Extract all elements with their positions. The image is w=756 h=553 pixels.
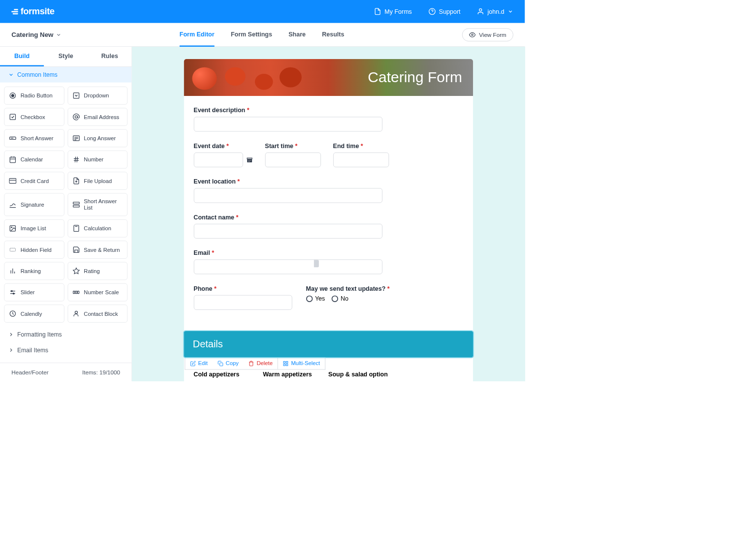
form-name: Catering New (11, 31, 53, 38)
item-signature[interactable]: Signature (4, 193, 64, 216)
chevron-right-icon (8, 347, 14, 353)
delete-button[interactable]: Delete (244, 357, 278, 369)
svg-rect-39 (10, 248, 15, 251)
item-ranking[interactable]: Ranking (4, 262, 64, 280)
item-slider[interactable]: Slider (4, 283, 64, 302)
item-radio-button[interactable]: Radio Button (4, 87, 64, 105)
svg-rect-49 (75, 291, 77, 293)
details-header-selected[interactable]: Details (184, 331, 473, 357)
svg-point-59 (249, 161, 250, 162)
svg-rect-54 (247, 158, 252, 159)
radio-yes[interactable]: Yes (306, 295, 325, 302)
field-email[interactable]: Email * (194, 249, 463, 274)
item-image-list[interactable]: Image List (4, 219, 64, 238)
sidebar-tab-rules[interactable]: Rules (88, 47, 131, 66)
field-contact-name[interactable]: Contact name * (194, 214, 463, 239)
view-form-button[interactable]: View Form (462, 28, 513, 41)
item-short-answer-list[interactable]: Short Answer List (67, 193, 127, 216)
section-common-items[interactable]: Common Items (0, 67, 131, 83)
header-footer-link[interactable]: Header/Footer (11, 369, 48, 375)
item-calendly[interactable]: Calendly (4, 305, 64, 323)
item-long-answer[interactable]: Long Answer (67, 129, 127, 147)
pencil-icon (190, 361, 196, 367)
logo[interactable]: formsite (11, 6, 54, 17)
my-forms-link[interactable]: My Forms (374, 8, 412, 15)
radio-no[interactable]: No (332, 295, 348, 302)
field-text-updates[interactable]: May we send text updates? * Yes No (306, 285, 390, 310)
field-event-date[interactable]: Event date * (194, 142, 253, 167)
item-file-upload[interactable]: File Upload (67, 172, 127, 190)
form-hero[interactable]: Catering Form (184, 59, 473, 96)
phone-input[interactable] (194, 295, 292, 310)
sidebar-tab-build[interactable]: Build (0, 47, 44, 66)
svg-rect-60 (220, 363, 223, 366)
event-description-input[interactable] (194, 117, 382, 131)
svg-line-22 (77, 156, 77, 162)
item-checkbox[interactable]: Checkbox (4, 108, 64, 126)
field-event-location[interactable]: Event location * (194, 178, 463, 203)
svg-point-30 (11, 227, 12, 228)
calendar-picker-icon[interactable] (246, 156, 252, 163)
field-event-description[interactable]: Event description * (194, 107, 463, 132)
multi-select-button[interactable]: Multi-Select (278, 357, 325, 369)
sidebar-footer: Header/Footer Items: 19/1000 (0, 363, 131, 381)
svg-point-55 (248, 160, 249, 160)
item-calendar[interactable]: Calendar (4, 151, 64, 169)
item-rating[interactable]: Rating (67, 262, 127, 280)
event-date-input[interactable] (194, 153, 243, 167)
item-dropdown[interactable]: Dropdown (67, 87, 127, 105)
hero-title: Catering Form (368, 69, 463, 86)
field-phone[interactable]: Phone * (194, 285, 292, 310)
form-selector[interactable]: Catering New (11, 31, 62, 38)
copy-button[interactable]: Copy (213, 357, 244, 369)
cold-appetizers-group[interactable]: Cold appetizers Shrimp cocktail (194, 370, 247, 381)
section-email[interactable]: Email Items (0, 342, 131, 358)
contact-name-input[interactable] (194, 224, 382, 239)
topbar: formsite My Forms Support john.d (0, 0, 525, 23)
section-formatting[interactable]: Formatting Items (0, 327, 131, 342)
item-email[interactable]: Email Address (67, 108, 127, 126)
item-number[interactable]: Number (67, 151, 127, 169)
item-save-return[interactable]: Save & Return (67, 241, 127, 259)
email-input[interactable] (194, 259, 382, 274)
item-hidden-field[interactable]: Hidden Field (4, 241, 64, 259)
item-number-scale[interactable]: Number Scale (67, 283, 127, 302)
section-label: Common Items (17, 71, 58, 78)
upload-icon (72, 177, 80, 184)
item-contact-block[interactable]: Contact Block (67, 305, 127, 323)
svg-point-5 (11, 94, 14, 97)
tab-share[interactable]: Share (288, 23, 306, 46)
radio-icon (9, 92, 16, 99)
sidebar: Build Style Rules Common Items Radio But… (0, 47, 132, 381)
support-link[interactable]: Support (428, 8, 460, 15)
calendly-icon (9, 310, 16, 317)
items-grid: Radio Button Dropdown Checkbox Email Add… (0, 82, 131, 326)
collapse-handle[interactable] (314, 260, 319, 267)
svg-rect-50 (77, 291, 79, 293)
field-end-time[interactable]: End time * (333, 142, 389, 167)
svg-line-21 (75, 156, 75, 162)
tab-form-settings[interactable]: Form Settings (231, 23, 272, 46)
chevron-down-icon (56, 32, 62, 38)
item-calculation[interactable]: Calculation (67, 219, 127, 238)
trash-icon (249, 361, 254, 367)
item-credit-card[interactable]: Credit Card (4, 172, 64, 190)
item-short-answer[interactable]: Short Answer (4, 129, 64, 147)
section-order[interactable]: Order Form Items (0, 358, 131, 363)
user-menu[interactable]: john.d (477, 8, 513, 15)
short-text-icon (9, 134, 16, 142)
sidebar-tab-style[interactable]: Style (44, 47, 88, 66)
checkbox-icon (9, 113, 16, 121)
end-time-input[interactable] (333, 153, 389, 167)
soup-salad-group[interactable]: Soup & salad option Minestrone soup (328, 370, 388, 381)
user-label: john.d (488, 8, 504, 15)
my-forms-label: My Forms (384, 8, 412, 15)
tab-results[interactable]: Results (322, 23, 344, 46)
document-icon (374, 8, 381, 15)
warm-appetizers-group[interactable]: Warm appetizers Mini quiche (263, 370, 312, 381)
edit-button[interactable]: Edit (185, 357, 213, 369)
start-time-input[interactable] (265, 153, 321, 167)
field-start-time[interactable]: Start time * (265, 142, 321, 167)
event-location-input[interactable] (194, 188, 382, 203)
tab-form-editor[interactable]: Form Editor (180, 23, 215, 46)
